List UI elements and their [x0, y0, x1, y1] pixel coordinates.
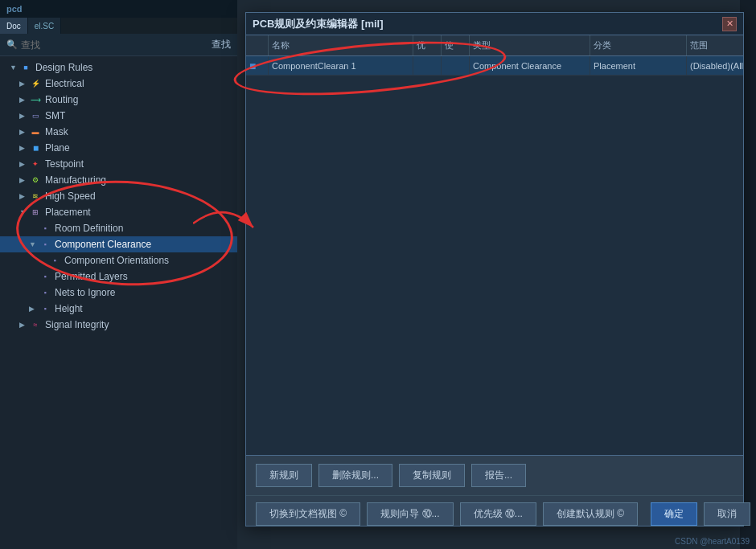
electrical-icon: ⚡ — [29, 78, 42, 89]
arrow-icon: ▶ — [19, 144, 29, 152]
tree-item-smt[interactable]: ▶ ▭ SMT — [0, 108, 237, 124]
tree-item-label: Signal Integrity — [45, 319, 109, 330]
tree-item-label: Nets to Ignore — [55, 287, 115, 298]
col-category: 分类 — [590, 35, 687, 55]
tree-item-label: Testpoint — [45, 158, 84, 170]
tree-item-label: Plane — [45, 142, 70, 154]
dialog: PCB规则及约束编辑器 [mil] ✕ 名称 优 使 类型 分类 范围 属性 ■… — [245, 12, 744, 526]
dialog-bottom-row2: 切换到文档视图 © 规则向导 ⑩... 优先级 ⑩... 创建默认规则 © 确定… — [246, 496, 743, 532]
tree-item-signal-integrity[interactable]: ▶ ≈ Signal Integrity — [0, 317, 237, 333]
dialog-titlebar: PCB规则及约束编辑器 [mil] ✕ — [246, 13, 743, 35]
col-priority: 优 — [413, 35, 442, 55]
smt-icon: ▭ — [29, 110, 42, 121]
priority-button[interactable]: 优先级 ⑩... — [460, 502, 536, 526]
watermark: CSDN @heartA0139 — [675, 537, 750, 546]
cell-name: ComponentClearan 1 — [269, 56, 413, 75]
copy-rule-button[interactable]: 复制规则 — [399, 464, 465, 487]
arrow-icon: ▶ — [19, 176, 29, 184]
create-default-rules-button[interactable]: 创建默认规则 © — [543, 502, 638, 526]
arrow-icon: ▶ — [19, 192, 29, 200]
dialog-title: PCB规则及约束编辑器 [mil] — [253, 17, 384, 31]
col-enabled: 使 — [442, 35, 470, 55]
tree-item-routing[interactable]: ▶ ⟶ Routing — [0, 92, 237, 108]
delete-rule-button[interactable]: 删除规则... — [318, 464, 392, 487]
row-icon: ■ — [249, 59, 256, 72]
table-header: 名称 优 使 类型 分类 范围 属性 — [246, 35, 743, 56]
height-icon: ▪ — [39, 303, 51, 314]
file-tab-doc[interactable]: Doc — [0, 18, 28, 34]
tree-item-component-orientations[interactable]: ▶ ▪ Component Orientations — [0, 252, 237, 268]
cell-scope: (Disabled)(All),(All) — [687, 56, 743, 75]
arrow-icon: ▶ — [19, 112, 29, 120]
col-name: 名称 — [269, 35, 413, 55]
tree-item-label: Component Clearance — [55, 239, 151, 250]
tree-item-placement[interactable]: ▼ ⊞ Placement — [0, 204, 237, 220]
tree-item-height[interactable]: ▶ ▪ Height — [0, 301, 237, 317]
cell-category: Placement — [590, 56, 687, 75]
component-orientations-icon: ▪ — [48, 255, 61, 266]
search-bar: 🔍 查找 — [0, 34, 237, 56]
tree-item-label: Design Rules — [35, 62, 92, 73]
highspeed-icon: ≋ — [29, 191, 42, 202]
cell-icon: ■ — [246, 56, 269, 75]
tree-item-component-clearance[interactable]: ▼ ▪ Component Clearance — [0, 236, 237, 252]
room-icon: ▪ — [39, 223, 51, 234]
tree-item-label: Permitted Layers — [55, 271, 128, 282]
tree-item-label: Mask — [45, 126, 68, 137]
dialog-bottom: 新规则 删除规则... 复制规则 报告... 切换到文档视图 © 规则向导 ⑩.… — [246, 455, 743, 526]
arrow-icon: ▶ — [19, 321, 29, 329]
tree-item-plane[interactable]: ▶ ◼ Plane — [0, 140, 237, 156]
tree-item-label: High Speed — [45, 191, 96, 202]
arrow-icon: ▶ — [19, 128, 29, 136]
tree-item-label: Placement — [45, 207, 91, 218]
arrow-icon: ▶ — [29, 305, 39, 313]
app-title: pcd — [6, 4, 23, 14]
file-tab-elsc[interactable]: el.SC — [28, 18, 61, 34]
arrow-icon: ▼ — [29, 240, 39, 248]
col-type: 类型 — [470, 35, 590, 55]
table-body: ■ ComponentClearan 1 Component Clearance… — [246, 56, 743, 76]
tree-item-highspeed[interactable]: ▶ ≋ High Speed — [0, 188, 237, 204]
tree-item-permitted-layers[interactable]: ▶ ▪ Permitted Layers — [0, 268, 237, 285]
tree-item-label: Electrical — [45, 78, 84, 89]
table-row[interactable]: ■ ComponentClearan 1 Component Clearance… — [246, 56, 743, 76]
tree-item-label: Component Orientations — [64, 255, 169, 266]
permitted-layers-icon: ▪ — [39, 271, 51, 282]
search-icon: 🔍 — [6, 39, 18, 50]
tree-item-nets-to-ignore[interactable]: ▶ ▪ Nets to Ignore — [0, 285, 237, 301]
report-button[interactable]: 报告... — [471, 464, 526, 487]
tree-item-label: Routing — [45, 94, 78, 105]
placement-icon: ⊞ — [29, 207, 42, 218]
arrow-icon: ▼ — [10, 64, 19, 72]
new-rule-button[interactable]: 新规则 — [256, 464, 312, 487]
tree-item-label: Manufacturing — [45, 174, 106, 186]
tree-item-testpoint[interactable]: ▶ ✦ Testpoint — [0, 156, 237, 172]
tree-item-label: Height — [55, 303, 83, 314]
manufacturing-icon: ⚙ — [29, 174, 42, 186]
design-rules-icon: ■ — [19, 62, 32, 73]
cancel-button[interactable]: 取消 — [704, 502, 750, 526]
dialog-close-button[interactable]: ✕ — [722, 17, 737, 31]
col-scope: 范围 — [687, 35, 743, 55]
col-icon — [246, 35, 269, 55]
switch-to-doc-button[interactable]: 切换到文档视图 © — [256, 502, 360, 526]
arrow-icon: ▶ — [19, 80, 29, 88]
cell-type: Component Clearance — [470, 56, 590, 75]
tree: ▼ ■ Design Rules ▶ ⚡ Electrical ▶ ⟶ Rout… — [0, 56, 237, 549]
tree-item-electrical[interactable]: ▶ ⚡ Electrical — [0, 76, 237, 92]
testpoint-icon: ✦ — [29, 158, 42, 170]
rule-wizard-button[interactable]: 规则向导 ⑩... — [367, 502, 453, 526]
ok-button[interactable]: 确定 — [651, 502, 697, 526]
signal-integrity-icon: ≈ — [29, 319, 42, 330]
tree-item-design-rules[interactable]: ▼ ■ Design Rules — [0, 59, 237, 76]
tree-item-label: SMT — [45, 110, 65, 121]
arrow-icon: ▶ — [19, 160, 29, 168]
tree-item-mask[interactable]: ▶ ▬ Mask — [0, 124, 237, 140]
tree-item-manufacturing[interactable]: ▶ ⚙ Manufacturing — [0, 172, 237, 188]
search-input[interactable] — [21, 39, 208, 51]
routing-icon: ⟶ — [29, 94, 42, 105]
tree-item-room-definition[interactable]: ▶ ▪ Room Definition — [0, 220, 237, 236]
app-header: pcd — [0, 0, 237, 18]
file-tabs: Doc el.SC — [0, 18, 237, 34]
search-label: 查找 — [212, 38, 231, 51]
